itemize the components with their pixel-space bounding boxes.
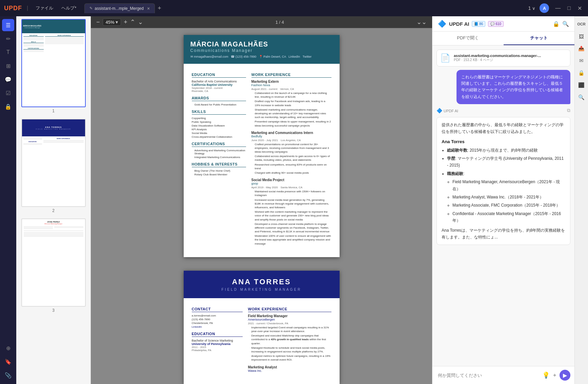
job-3-date: April 2019 - May 2020 — [251, 186, 278, 189]
edu-location: Riverside, CA — [192, 90, 246, 93]
tab-label: assistant-m...mple_Merged — [95, 6, 144, 11]
starburst-icon[interactable]: ✦ — [552, 372, 557, 379]
torres-edu-location: Philadelphia, PA — [192, 349, 243, 352]
ai-lock-icon[interactable]: 🔒 — [553, 21, 560, 27]
thumbnail-page-3[interactable]: JOSE PEREZ Influencer Marketing Manager — [19, 218, 88, 313]
job-2-date: June 2020 - July 2021 — [251, 139, 278, 142]
torres-job-1-company: AmerisourceBergen — [248, 318, 331, 321]
page-number-display: 1 / 4 — [276, 20, 284, 25]
pdf-viewer: − 45% ▾ + ⌃ ⌄ 1 / 4 ⌄⌄ MÁRCIA MAGALHÃES … — [91, 16, 432, 384]
job-1-company: Fashion Nova — [251, 83, 331, 87]
job-2: Marketing and Communications Intern Bedf… — [251, 131, 331, 175]
zoom-dropdown-button[interactable]: ▾ — [116, 19, 118, 25]
job-1: Marketing Extern Fashion Nova August 202… — [251, 80, 331, 128]
page-down-button[interactable]: ⌄ — [138, 18, 143, 26]
job-2-bullet-1: Crafted presentations on promotional con… — [255, 142, 331, 154]
thumbnail-image-2: ANA TORRES FIELD MARKETING MANAGER EDUCA… — [21, 119, 86, 207]
active-tab[interactable]: ✎ assistant-m...mple_Merged × — [84, 3, 155, 13]
resume-left-col: EDUCATION Bachelor of Arts Communication… — [192, 69, 246, 249]
lightbulb-icon[interactable]: 💡 — [542, 371, 550, 379]
menu-help[interactable]: ヘルプ* — [59, 4, 79, 13]
page-nav-button[interactable]: 1 — [528, 5, 531, 11]
ai-work-item: 職務経験: Field Marketing Manager, Amerisour… — [447, 170, 565, 224]
top-bar: UPDF | ファイル ヘルプ* ✎ assistant-m...mple_Me… — [0, 0, 588, 16]
close-button[interactable]: ✕ — [575, 4, 584, 12]
ai-copy-button[interactable]: ⧉ — [567, 108, 570, 113]
ai-badge-86: 📘 86 — [472, 21, 485, 27]
share-tool[interactable]: 📤 — [576, 43, 587, 54]
user-message-bubble: これらの履歴書はマーケティングマネジメントの職種に関連しています。これらの履歴書… — [457, 70, 570, 104]
job-2-company: Bedfully — [251, 135, 331, 138]
torres-job-1-title: Field Marketing Manager — [248, 314, 331, 318]
job-3-bullet-3: Worked with the content marketing manage… — [255, 210, 331, 222]
tab-listen[interactable]: PDFで聞く — [432, 32, 504, 45]
work-sub-list: Field Marketing Manager, AmerisourceBerg… — [447, 178, 565, 224]
expand-up-button[interactable]: ⌄⌄ — [417, 18, 427, 26]
protect-tool[interactable]: 🔒 — [2, 100, 14, 113]
ai-search-icon[interactable]: 🔍 — [562, 21, 569, 27]
layers-tool[interactable]: ⊕ — [2, 342, 14, 354]
page-tool[interactable]: ⊞ — [2, 60, 14, 72]
candidate-name-heading: Ana Torres — [442, 138, 565, 146]
torres-job-2: Marketing Analyst Wawa Inc. — [248, 365, 331, 372]
mail-tool[interactable]: ✉ — [576, 56, 587, 66]
torres-bullet-3: Managed Hootsuite to schedule and track … — [251, 346, 331, 353]
torres-linkedin[interactable]: LinkedIn — [192, 325, 243, 328]
torres-title: FIELD MARKETING MANAGER — [190, 288, 333, 291]
ocr-tool[interactable]: OCR — [576, 19, 587, 29]
torres-job-1-meta: 2021 - current / Chesterbrook, PA — [248, 322, 331, 325]
minimize-button[interactable]: — — [553, 4, 563, 12]
thumbnail-image-1: MÁRCIA MAGALHÃES Communications Manager … — [21, 19, 86, 107]
resume-header-marcia: MÁRCIA MAGALHÃES Communications Manager … — [184, 35, 340, 64]
exp-label: 総経験年数 — [447, 148, 467, 153]
work-exp-label: 職務経験 — [447, 171, 463, 176]
annotation-tool[interactable]: ✏ — [2, 33, 14, 45]
job-1-meta: August 2021 - current Vernon, CA — [251, 88, 331, 91]
job-1-title: Marketing Extern — [251, 80, 331, 83]
work-sub-2: Marketing Analyst, Wawa Inc.（2018年 - 202… — [452, 194, 565, 200]
zoom-out-button[interactable]: − — [96, 19, 100, 26]
thumbnail-page-1[interactable]: MÁRCIA MAGALHÃES Communications Manager … — [19, 19, 88, 113]
send-button[interactable]: ▶ — [560, 370, 570, 381]
form-tool[interactable]: ☑ — [2, 87, 14, 99]
thumbnail-label-1: 1 — [19, 109, 88, 113]
bookmark-tool[interactable]: 🔖 — [2, 356, 14, 368]
edit-tool[interactable]: T — [2, 46, 14, 58]
torres-contact-section: CONTACT — [192, 307, 243, 312]
job-3-company: goop — [251, 182, 331, 185]
work-sub-3: Marketing Associate, FMC Corporation（201… — [452, 202, 565, 209]
user-avatar[interactable]: A — [540, 3, 549, 13]
thumbnail-panel-toggle[interactable]: ☰ — [2, 19, 14, 31]
resume-body: EDUCATION Bachelor of Arts Communication… — [192, 69, 331, 249]
torres-bullet-1: Implemented targeted Cvent email campaig… — [251, 326, 331, 333]
pdf-page-1: MÁRCIA MAGALHÃES Communications Manager … — [184, 35, 340, 257]
torres-email: a.torres@email.com — [192, 314, 243, 317]
security-tool[interactable]: 🔒 — [576, 68, 587, 78]
new-tab-button[interactable]: + — [158, 5, 161, 12]
page-up-button[interactable]: ⌃ — [130, 18, 135, 26]
thumbnail-page-2[interactable]: ANA TORRES FIELD MARKETING MANAGER EDUCA… — [19, 119, 88, 213]
maximize-button[interactable]: □ — [565, 4, 573, 12]
torres-job-2-title: Marketing Analyst — [248, 365, 331, 369]
tab-area: ✎ assistant-m...mple_Merged × + — [84, 3, 525, 13]
torres-right-col: WORK EXPERIENCE Field Marketing Manager … — [248, 304, 331, 376]
menu-file[interactable]: ファイル — [33, 4, 56, 13]
ai-panel: 🔷 UPDF AI 📘 86 💬 610 🔒 🔍 PDFで聞く チャット 📄 — [432, 16, 574, 384]
ai-chat-input[interactable] — [437, 371, 540, 379]
cert-2: Integrated Marketing Communications — [195, 156, 246, 159]
thumbnail-panel: MÁRCIA MAGALHÃES Communications Manager … — [16, 16, 91, 384]
zoom-in-button[interactable]: + — [124, 19, 127, 26]
attachment-tool[interactable]: 📎 — [2, 369, 14, 381]
job-1-bullet-3: Shadowed marketing and communications ma… — [255, 108, 331, 119]
ai-badge-610: 💬 610 — [488, 21, 503, 27]
tab-close-button[interactable]: × — [147, 6, 150, 11]
ai-exp-item: 総経験年数: 2015年から現在まで、約8年間の経験 — [447, 147, 565, 154]
search-tool-right[interactable]: 🔍 — [576, 92, 587, 102]
redact-tool[interactable]: ⬛ — [576, 80, 587, 90]
stamp-tool[interactable]: 🖼 — [576, 31, 587, 41]
job-3-bullet-5: Moderated 100% of user content to ensure… — [255, 234, 331, 246]
comment-tool[interactable]: 💬 — [2, 73, 14, 85]
ai-edu-item: 学歴: マーケティングの学士号 (University of Pennsylva… — [447, 155, 565, 169]
tab-chat[interactable]: チャット — [504, 32, 575, 45]
skill-public-speaking: Public Speaking — [192, 120, 246, 123]
